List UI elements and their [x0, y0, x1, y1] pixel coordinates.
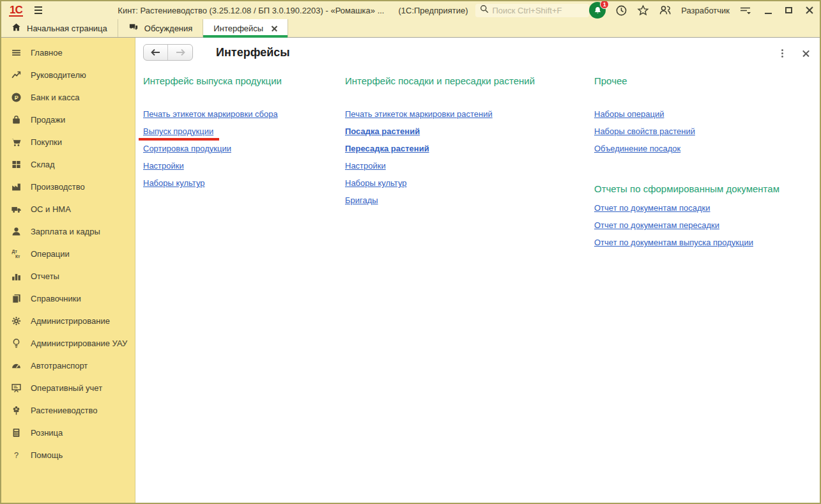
maximize-button[interactable] — [785, 7, 792, 13]
global-search[interactable] — [475, 4, 589, 17]
ruble-coin-icon: Р — [10, 92, 22, 103]
tab-home-page[interactable]: Начальная страница — [1, 19, 118, 37]
home-icon — [12, 22, 21, 34]
link-print-labels-plants[interactable]: Печать этикеток маркировки растений — [345, 109, 493, 119]
chat-icon — [128, 22, 139, 34]
person-icon — [10, 226, 22, 238]
trend-chart-icon — [10, 70, 22, 81]
forward-button[interactable] — [168, 45, 192, 60]
link-culture-sets[interactable]: Наборы культур — [143, 178, 205, 188]
link-row: Печать этикеток маркировки сбора — [143, 108, 345, 125]
svg-text:Кт: Кт — [15, 254, 20, 259]
page-title: Интерфейсы — [216, 46, 290, 59]
sidebar-item-salary-hr[interactable]: Зарплата и кадры — [1, 220, 135, 243]
sidebar-item-operations[interactable]: ДтКт Операции — [1, 243, 135, 265]
light-bulb-icon — [10, 338, 22, 349]
link-operation-sets[interactable]: Наборы операций — [594, 109, 664, 119]
question-mark-icon: ? — [10, 450, 22, 461]
link-plant-property-sets[interactable]: Наборы свойств растений — [594, 126, 695, 136]
tab-close-icon[interactable] — [272, 26, 277, 31]
link-row: Наборы операций — [594, 108, 820, 125]
sidebar-item-purchases[interactable]: Покупки — [1, 131, 135, 153]
section-planting-interface: Интерфейс посадки и пересадки растений П… — [345, 71, 594, 254]
sidebar-item-catalogs[interactable]: Справочники — [1, 287, 135, 310]
section-production-interface: Интерфейс выпуска продукции Печать этике… — [143, 71, 345, 254]
gear-icon — [10, 316, 22, 327]
sidebar-item-reports[interactable]: Отчеты — [1, 265, 135, 287]
sidebar-item-main[interactable]: Главное — [1, 42, 135, 64]
close-window-button[interactable] — [806, 6, 813, 14]
sidebar-item-bank-cash[interactable]: Р Банк и касса — [1, 86, 135, 109]
speedometer-icon — [10, 360, 22, 372]
sidebar-item-label: Склад — [31, 160, 55, 169]
link-row: Пересадка растений — [345, 142, 594, 160]
sidebar-item-crop[interactable]: Растениеводство — [1, 399, 135, 422]
section-other: Прочее Наборы операций Наборы свойств ра… — [594, 71, 820, 254]
sidebar-item-transport[interactable]: Автотранспорт — [1, 355, 135, 377]
link-report-output-docs[interactable]: Отчет по документам выпуска продукции — [594, 238, 753, 247]
sidebar-item-manager[interactable]: Руководителю — [1, 64, 135, 86]
sidebar-item-administration-uau[interactable]: Администрирование УАУ — [1, 332, 135, 355]
sidebar-item-label: Руководителю — [31, 70, 86, 80]
sidebar-item-label: Справочники — [31, 294, 81, 303]
back-button[interactable] — [144, 45, 168, 60]
main-menu-icon — [10, 47, 22, 59]
sidebar-item-label: ОС и НМА — [31, 204, 71, 214]
sidebar-item-sales[interactable]: Продажи — [1, 109, 135, 131]
section-heading: Интерфейс выпуска продукции — [143, 75, 345, 88]
sidebar-item-label: Растениеводство — [31, 406, 97, 415]
close-page-icon[interactable] — [802, 50, 809, 57]
search-input[interactable] — [492, 6, 585, 15]
link-planting[interactable]: Посадка растений — [345, 126, 420, 136]
tab-interfaces[interactable]: Интерфейсы — [203, 19, 288, 37]
sidebar-item-help[interactable]: ? Помощь — [1, 444, 135, 466]
link-replanting[interactable]: Пересадка растений — [345, 144, 429, 153]
main-menu-icon[interactable] — [35, 6, 43, 14]
section-heading: Прочее — [594, 75, 820, 88]
link-settings[interactable]: Настройки — [345, 161, 386, 171]
sidebar-nav: Главное Руководителю Р Банк и касса Прод… — [1, 38, 135, 503]
sidebar-item-warehouse[interactable]: Склад — [1, 153, 135, 176]
link-product-output[interactable]: Выпуск продукции — [143, 126, 213, 136]
sidebar-item-production[interactable]: Производство — [1, 176, 135, 198]
section-reports: Отчеты по сформированным документам Отче… — [594, 183, 820, 254]
tab-label: Обсуждения — [144, 24, 193, 33]
search-icon — [480, 4, 489, 16]
notifications-button[interactable]: 1 — [589, 2, 606, 19]
sidebar-item-operational[interactable]: Оперативный учет — [1, 377, 135, 399]
cart-icon — [10, 137, 22, 148]
link-print-labels-harvest[interactable]: Печать этикеток маркировки сбора — [143, 109, 278, 119]
link-settings[interactable]: Настройки — [143, 161, 184, 171]
minimize-button[interactable] — [765, 6, 772, 15]
link-product-sorting[interactable]: Сортировка продукции — [143, 144, 231, 153]
tab-discussions[interactable]: Обсуждения — [118, 19, 204, 37]
sidebar-item-label: Автотранспорт — [31, 361, 88, 370]
sidebar-item-label: Продажи — [31, 115, 65, 125]
calculator-icon — [10, 427, 22, 439]
link-row: Объединение посадок — [594, 142, 820, 160]
svg-text:Р: Р — [14, 95, 18, 101]
link-row: Отчет по документам пересадки — [594, 219, 820, 236]
link-row: Настройки — [143, 160, 345, 177]
link-report-replanting-docs[interactable]: Отчет по документам пересадки — [594, 220, 719, 230]
history-icon[interactable] — [615, 4, 627, 17]
section-heading: Отчеты по сформированным документам — [594, 183, 820, 195]
more-menu-icon[interactable] — [780, 48, 785, 59]
sidebar-item-assets[interactable]: ОС и НМА — [1, 198, 135, 220]
link-merge-plantings[interactable]: Объединение посадок — [594, 144, 680, 153]
sidebar-item-administration[interactable]: Администрирование — [1, 310, 135, 332]
app-window: 1С Кинт: Растениеводство (3.25.12.08 / Б… — [0, 0, 821, 504]
link-brigades[interactable]: Бригады — [345, 195, 378, 205]
users-icon[interactable] — [659, 4, 671, 17]
sidebar-item-retail[interactable]: Розница — [1, 422, 135, 444]
sidebar-item-label: Главное — [31, 48, 63, 57]
section-heading: Интерфейс посадки и пересадки растений — [345, 75, 594, 88]
sidebar-item-label: Администрирование — [31, 316, 110, 326]
link-culture-sets[interactable]: Наборы культур — [345, 178, 407, 188]
link-report-planting-docs[interactable]: Отчет по документам посадки — [594, 203, 710, 213]
favorites-star-icon[interactable] — [637, 4, 649, 17]
link-row: Сортировка продукции — [143, 142, 345, 160]
link-row: Печать этикеток маркировки растений — [345, 108, 594, 125]
main-content: Интерфейсы Интерфейс выпуска продукции П… — [135, 38, 820, 503]
functions-menu-icon[interactable] — [739, 5, 751, 15]
